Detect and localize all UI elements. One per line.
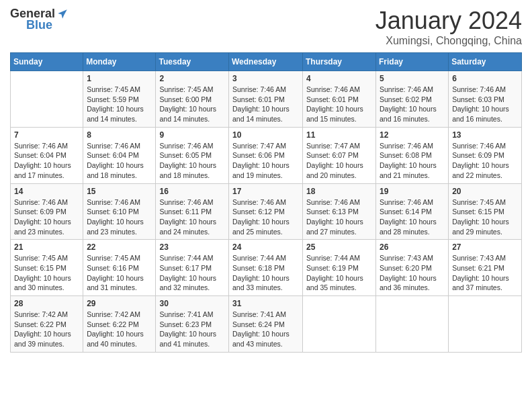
calendar-body: 1Sunrise: 7:45 AM Sunset: 5:59 PM Daylig… (11, 71, 522, 353)
calendar-cell: 15Sunrise: 7:46 AM Sunset: 6:10 PM Dayli… (83, 183, 156, 240)
calendar-table: SundayMondayTuesdayWednesdayThursdayFrid… (10, 52, 522, 353)
calendar-header: SundayMondayTuesdayWednesdayThursdayFrid… (11, 53, 522, 71)
day-number: 16 (159, 187, 225, 196)
calendar-cell: 29Sunrise: 7:42 AM Sunset: 6:22 PM Dayli… (83, 296, 156, 353)
calendar-cell: 22Sunrise: 7:45 AM Sunset: 6:16 PM Dayli… (83, 240, 156, 296)
day-number: 30 (159, 299, 225, 308)
day-info: Sunrise: 7:45 AM Sunset: 6:15 PM Dayligh… (14, 253, 79, 293)
header-cell-tuesday: Tuesday (156, 53, 229, 71)
day-info: Sunrise: 7:43 AM Sunset: 6:20 PM Dayligh… (380, 253, 445, 293)
page-header: General Blue January 2024 Xumingsi, Chon… (10, 7, 522, 47)
day-number: 20 (452, 187, 518, 196)
day-number: 9 (159, 130, 225, 140)
day-info: Sunrise: 7:41 AM Sunset: 6:23 PM Dayligh… (159, 310, 225, 349)
day-number: 28 (14, 299, 79, 308)
calendar-cell: 21Sunrise: 7:45 AM Sunset: 6:15 PM Dayli… (11, 240, 83, 296)
day-info: Sunrise: 7:41 AM Sunset: 6:24 PM Dayligh… (232, 310, 299, 349)
logo-bird-icon (56, 8, 69, 20)
calendar-cell: 9Sunrise: 7:46 AM Sunset: 6:05 PM Daylig… (156, 127, 229, 183)
day-number: 18 (306, 187, 372, 196)
day-number: 19 (380, 187, 445, 196)
calendar-cell: 14Sunrise: 7:46 AM Sunset: 6:09 PM Dayli… (11, 183, 83, 240)
calendar-cell: 13Sunrise: 7:46 AM Sunset: 6:09 PM Dayli… (449, 127, 522, 183)
day-number: 25 (306, 242, 372, 252)
calendar-cell: 19Sunrise: 7:46 AM Sunset: 6:14 PM Dayli… (376, 183, 449, 240)
calendar-cell: 12Sunrise: 7:46 AM Sunset: 6:08 PM Dayli… (376, 127, 449, 183)
calendar-cell: 3Sunrise: 7:46 AM Sunset: 6:01 PM Daylig… (229, 71, 303, 128)
day-number: 17 (232, 187, 299, 196)
calendar-cell: 11Sunrise: 7:47 AM Sunset: 6:07 PM Dayli… (303, 127, 376, 183)
calendar-cell: 18Sunrise: 7:46 AM Sunset: 6:13 PM Dayli… (303, 183, 376, 240)
calendar-cell: 25Sunrise: 7:44 AM Sunset: 6:19 PM Dayli… (303, 240, 376, 296)
day-info: Sunrise: 7:46 AM Sunset: 6:09 PM Dayligh… (452, 141, 518, 181)
header-cell-sunday: Sunday (11, 53, 83, 71)
calendar-cell: 27Sunrise: 7:43 AM Sunset: 6:21 PM Dayli… (449, 240, 522, 296)
week-row-5: 28Sunrise: 7:42 AM Sunset: 6:22 PM Dayli… (11, 296, 522, 353)
day-number: 23 (159, 242, 225, 252)
day-info: Sunrise: 7:43 AM Sunset: 6:21 PM Dayligh… (452, 253, 518, 293)
calendar-cell (303, 296, 376, 353)
logo: General Blue (10, 7, 69, 32)
calendar-cell: 1Sunrise: 7:45 AM Sunset: 5:59 PM Daylig… (83, 71, 156, 128)
header-cell-saturday: Saturday (449, 53, 522, 71)
day-info: Sunrise: 7:42 AM Sunset: 6:22 PM Dayligh… (87, 310, 152, 349)
day-number: 2 (159, 74, 225, 83)
day-number: 14 (14, 187, 79, 196)
day-number: 7 (14, 130, 79, 140)
day-number: 27 (452, 242, 518, 252)
day-number: 31 (232, 299, 299, 308)
day-info: Sunrise: 7:45 AM Sunset: 6:00 PM Dayligh… (159, 85, 225, 124)
header-cell-thursday: Thursday (303, 53, 376, 71)
day-info: Sunrise: 7:46 AM Sunset: 6:09 PM Dayligh… (14, 197, 79, 237)
day-info: Sunrise: 7:46 AM Sunset: 6:13 PM Dayligh… (306, 197, 372, 237)
day-number: 5 (380, 74, 445, 83)
calendar-cell (11, 71, 83, 128)
day-info: Sunrise: 7:46 AM Sunset: 6:04 PM Dayligh… (87, 141, 152, 181)
header-cell-wednesday: Wednesday (229, 53, 303, 71)
week-row-2: 7Sunrise: 7:46 AM Sunset: 6:04 PM Daylig… (11, 127, 522, 183)
day-info: Sunrise: 7:46 AM Sunset: 6:02 PM Dayligh… (380, 85, 445, 124)
calendar-cell: 31Sunrise: 7:41 AM Sunset: 6:24 PM Dayli… (229, 296, 303, 353)
calendar-cell (376, 296, 449, 353)
day-number: 15 (87, 187, 152, 196)
calendar-cell: 20Sunrise: 7:45 AM Sunset: 6:15 PM Dayli… (449, 183, 522, 240)
day-number: 13 (452, 130, 518, 140)
title-section: January 2024 Xumingsi, Chongqing, China (375, 7, 522, 47)
day-number: 10 (232, 130, 299, 140)
calendar-cell: 5Sunrise: 7:46 AM Sunset: 6:02 PM Daylig… (376, 71, 449, 128)
day-number: 22 (87, 242, 152, 252)
day-number: 1 (87, 74, 152, 83)
day-info: Sunrise: 7:44 AM Sunset: 6:17 PM Dayligh… (159, 253, 225, 293)
week-row-4: 21Sunrise: 7:45 AM Sunset: 6:15 PM Dayli… (11, 240, 522, 296)
calendar-cell: 28Sunrise: 7:42 AM Sunset: 6:22 PM Dayli… (11, 296, 83, 353)
calendar-cell: 10Sunrise: 7:47 AM Sunset: 6:06 PM Dayli… (229, 127, 303, 183)
day-info: Sunrise: 7:44 AM Sunset: 6:18 PM Dayligh… (232, 253, 299, 293)
calendar-cell (449, 296, 522, 353)
day-info: Sunrise: 7:46 AM Sunset: 6:05 PM Dayligh… (159, 141, 225, 181)
calendar-cell: 4Sunrise: 7:46 AM Sunset: 6:01 PM Daylig… (303, 71, 376, 128)
month-title: January 2024 (375, 7, 522, 35)
day-info: Sunrise: 7:46 AM Sunset: 6:12 PM Dayligh… (232, 197, 299, 237)
day-number: 24 (232, 242, 299, 252)
day-number: 12 (380, 130, 445, 140)
logo-blue: Blue (26, 18, 52, 32)
day-info: Sunrise: 7:46 AM Sunset: 6:11 PM Dayligh… (159, 197, 225, 237)
location-subtitle: Xumingsi, Chongqing, China (375, 35, 522, 47)
day-number: 29 (87, 299, 152, 308)
week-row-3: 14Sunrise: 7:46 AM Sunset: 6:09 PM Dayli… (11, 183, 522, 240)
day-info: Sunrise: 7:45 AM Sunset: 6:16 PM Dayligh… (87, 253, 152, 293)
day-info: Sunrise: 7:47 AM Sunset: 6:06 PM Dayligh… (232, 141, 299, 181)
day-info: Sunrise: 7:46 AM Sunset: 6:01 PM Dayligh… (232, 85, 299, 124)
day-info: Sunrise: 7:46 AM Sunset: 6:03 PM Dayligh… (452, 85, 518, 124)
calendar-cell: 7Sunrise: 7:46 AM Sunset: 6:04 PM Daylig… (11, 127, 83, 183)
day-info: Sunrise: 7:46 AM Sunset: 6:10 PM Dayligh… (87, 197, 152, 237)
day-info: Sunrise: 7:46 AM Sunset: 6:01 PM Dayligh… (306, 85, 372, 124)
day-number: 4 (306, 74, 372, 83)
day-info: Sunrise: 7:46 AM Sunset: 6:14 PM Dayligh… (380, 197, 445, 237)
calendar-cell: 8Sunrise: 7:46 AM Sunset: 6:04 PM Daylig… (83, 127, 156, 183)
header-cell-monday: Monday (83, 53, 156, 71)
day-info: Sunrise: 7:44 AM Sunset: 6:19 PM Dayligh… (306, 253, 372, 293)
day-number: 26 (380, 242, 445, 252)
day-info: Sunrise: 7:46 AM Sunset: 6:08 PM Dayligh… (380, 141, 445, 181)
header-row: SundayMondayTuesdayWednesdayThursdayFrid… (11, 53, 522, 71)
